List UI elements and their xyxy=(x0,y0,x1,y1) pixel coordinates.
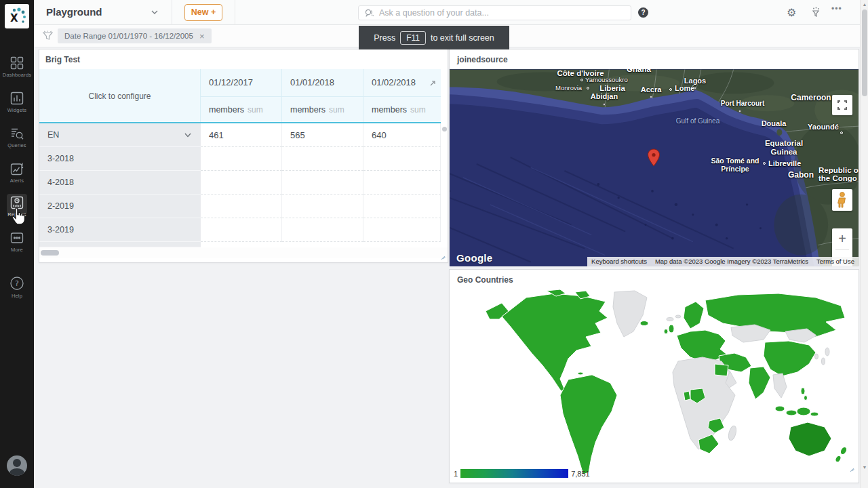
pivot-widget: Brig Test Click to configure 01/12/2017 … xyxy=(39,49,448,263)
filter-funnel-icon[interactable] xyxy=(42,30,54,41)
widget-title: Brig Test xyxy=(45,55,80,64)
help-badge-icon[interactable]: ? xyxy=(638,7,648,18)
chevron-down-icon[interactable] xyxy=(151,9,159,16)
pivot-column-header[interactable]: 01/02/2018 memberssum xyxy=(363,69,441,123)
filter-chip-close-icon[interactable]: × xyxy=(199,31,205,41)
row-label-cell[interactable]: 2-2019 xyxy=(39,195,201,218)
widgets-chart-icon xyxy=(9,91,24,106)
city-dot xyxy=(763,162,766,165)
map-fullscreen-button[interactable] xyxy=(832,95,852,115)
google-logo[interactable]: Google xyxy=(456,252,492,264)
sidebar-item-more[interactable]: More xyxy=(0,230,34,253)
value-cell xyxy=(201,171,282,195)
toast-prefix: Press xyxy=(374,33,395,43)
world-choropleth[interactable] xyxy=(467,288,853,475)
workspace-selector[interactable]: Playground xyxy=(46,6,102,18)
column-date[interactable]: 01/12/2017 xyxy=(201,69,281,87)
table-row: EN 461 565 640 xyxy=(39,123,441,147)
city-dot xyxy=(650,96,652,98)
pivot-column-header[interactable]: 01/01/2018 memberssum xyxy=(282,69,363,123)
scrollbar-thumb[interactable] xyxy=(41,250,59,256)
vertical-scrollbar-dot[interactable] xyxy=(442,127,447,131)
chevron-down-icon[interactable] xyxy=(184,132,192,138)
terms-of-use-link[interactable]: Terms of Use xyxy=(812,257,859,266)
help-icon: ? xyxy=(9,275,25,291)
pivot-column-header[interactable]: 01/12/2017 memberssum xyxy=(201,69,282,123)
row-label-cell xyxy=(39,242,201,247)
keyboard-shortcuts-link[interactable]: Keyboard shortcuts xyxy=(587,257,651,266)
city-dot xyxy=(738,110,741,113)
table-row: 3-2019 xyxy=(39,218,441,242)
map-label-city: Accra xyxy=(641,85,662,94)
queries-search-icon xyxy=(9,126,24,141)
column-date[interactable]: 01/01/2018 xyxy=(282,69,363,87)
map-label-city: Yamoussoukro xyxy=(585,76,628,83)
value-cell xyxy=(282,218,363,242)
scroll-up-arrow[interactable]: ▲ xyxy=(861,2,868,7)
map-widget: joinedsource xyxy=(449,49,859,266)
sidebar-label: Help xyxy=(0,293,34,299)
scroll-down-arrow[interactable]: ▼ xyxy=(861,465,868,470)
map-label-city: Lomé xyxy=(675,84,694,92)
row-label-cell[interactable]: EN xyxy=(39,123,201,147)
value-cell xyxy=(201,218,282,242)
sidebar-label: Dashboards xyxy=(0,72,34,78)
search-input[interactable] xyxy=(379,8,625,18)
horizontal-scrollbar[interactable] xyxy=(39,247,448,258)
sidebar-item-queries[interactable]: Queries xyxy=(0,126,34,148)
scrollbar-thumb[interactable] xyxy=(862,9,867,96)
map-label-country: Liberia xyxy=(599,84,625,92)
map-label-country: Gabon xyxy=(788,170,814,180)
pegman-button[interactable] xyxy=(832,189,852,211)
pivot-configure-cell[interactable]: Click to configure xyxy=(39,69,201,123)
sidebar-item-alerts[interactable]: Alerts xyxy=(0,161,34,184)
app-logo[interactable]: X xyxy=(5,4,29,28)
map-label-country: Equatorial Guinea xyxy=(755,139,813,157)
map-label-country: the Congo xyxy=(818,174,857,182)
more-dots-icon xyxy=(9,230,24,245)
top-bar: Playground New + ? ⚙ ••• xyxy=(34,0,860,25)
alerts-chart-icon xyxy=(9,161,24,176)
column-measure: memberssum xyxy=(282,96,363,123)
column-measure: memberssum xyxy=(363,96,441,123)
map-marker-pin[interactable] xyxy=(647,148,660,167)
avatar-body xyxy=(9,468,24,476)
ask-data-searchbox[interactable] xyxy=(358,5,631,20)
map-label-city: Port Harcourt xyxy=(721,100,764,107)
sidebar-item-widgets[interactable]: Widgets xyxy=(0,91,34,113)
divider xyxy=(172,0,172,25)
map-label-city: Yaoundé xyxy=(808,123,839,131)
zoom-in-button[interactable]: + xyxy=(832,228,852,249)
widget-resize-handle[interactable] xyxy=(439,253,446,260)
map-data-attribution: Map data ©2023 Google Imagery ©2023 Terr… xyxy=(651,257,812,266)
sidebar-item-dashboards[interactable]: Dashboards xyxy=(0,56,34,78)
map-label-city: Abidjan xyxy=(591,92,618,100)
pegman-icon xyxy=(832,189,852,211)
map-label-country: Republic of xyxy=(818,166,859,174)
map-label-city: Douala xyxy=(762,119,787,127)
page-scrollbar[interactable]: ▲ ▼ xyxy=(860,0,868,488)
map-label-water: Gulf of Guinea xyxy=(676,117,719,125)
sidebar-label: Queries xyxy=(0,142,34,148)
date-range-filter-chip[interactable]: Date Range 01/01/1970 - 16/12/2005 × xyxy=(58,28,212,43)
row-label-cell[interactable]: 3-2018 xyxy=(39,147,201,171)
widget-title: joinedsource xyxy=(457,55,508,64)
table-row: 4-2018 xyxy=(39,171,441,195)
user-avatar[interactable] xyxy=(7,455,27,476)
map-label-country: Ghana xyxy=(627,69,651,73)
sidebar-item-reports[interactable]: Reports xyxy=(0,195,34,218)
row-label-cell[interactable]: 4-2018 xyxy=(39,171,201,195)
widget-resize-handle[interactable] xyxy=(848,465,855,472)
gear-icon[interactable]: ⚙ xyxy=(787,6,796,19)
divider xyxy=(235,0,235,25)
sort-caret-icon[interactable] xyxy=(429,80,436,87)
map-attribution: Keyboard shortcuts Map data ©2023 Google… xyxy=(587,257,859,266)
google-map-canvas[interactable]: Ghana Côte d'Ivoire Yamoussoukro Monrovi… xyxy=(450,69,859,266)
smart-filter-icon[interactable] xyxy=(810,6,822,18)
new-button[interactable]: New + xyxy=(184,4,222,21)
sidebar-item-help[interactable]: ? Help xyxy=(0,275,34,299)
reports-icon xyxy=(9,195,24,210)
filter-chip-label: Date Range 01/01/1970 - 16/12/2005 xyxy=(64,32,193,40)
overflow-menu-icon[interactable]: ••• xyxy=(831,4,842,14)
row-label-cell[interactable]: 3-2019 xyxy=(39,218,201,242)
